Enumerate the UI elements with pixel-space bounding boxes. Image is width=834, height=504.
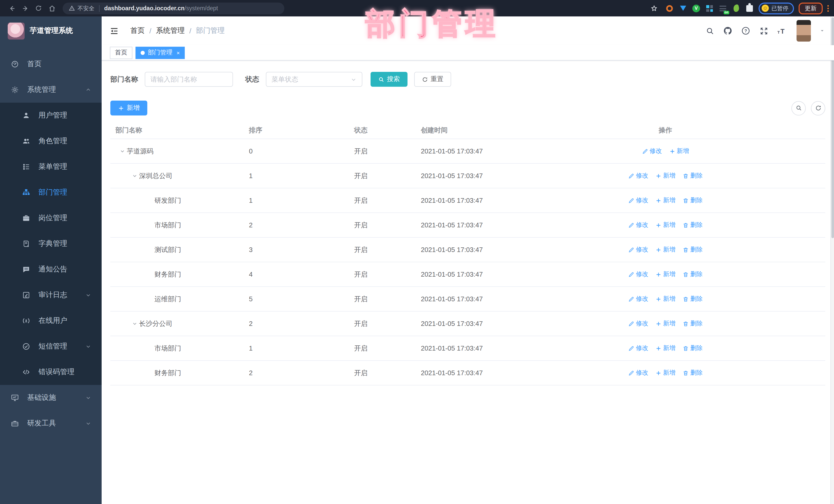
row-action-edit[interactable]: 修改	[628, 319, 648, 328]
row-action-edit[interactable]: 修改	[628, 344, 648, 353]
refresh-table-button[interactable]	[811, 101, 825, 115]
sidebar-item-1[interactable]: 系统管理	[0, 77, 102, 103]
row-action-trash[interactable]: 删除	[683, 245, 703, 254]
row-action-trash[interactable]: 删除	[683, 369, 703, 377]
row-action-plus[interactable]: 新增	[655, 171, 675, 180]
address-bar[interactable]: 不安全 dashboard.yudao.iocoder.cn/system/de…	[63, 2, 284, 14]
row-action-edit[interactable]: 修改	[628, 171, 648, 180]
sidebar-item-12[interactable]: 错误码管理	[0, 359, 102, 385]
tree-expand-icon[interactable]	[130, 173, 139, 179]
row-action-plus[interactable]: 新增	[655, 196, 675, 205]
plus-icon	[655, 247, 662, 253]
browser-update-button[interactable]: 更新	[798, 2, 823, 14]
row-action-edit[interactable]: 修改	[628, 369, 648, 377]
row-action-trash[interactable]: 删除	[683, 221, 703, 229]
security-warning[interactable]: 不安全	[69, 4, 94, 12]
close-icon[interactable]: ×	[177, 49, 180, 56]
row-action-edit[interactable]: 修改	[628, 294, 648, 303]
row-action-edit[interactable]: 修改	[628, 196, 648, 205]
ext-blue-drop-icon[interactable]	[679, 4, 687, 13]
sidebar-item-13[interactable]: 基础设施	[0, 385, 102, 411]
ext-green-leaf-icon[interactable]	[732, 4, 741, 13]
row-action-plus[interactable]: 新增	[655, 270, 675, 279]
window-scrollbar[interactable]	[830, 17, 834, 504]
sidebar-item-14[interactable]: 研发工具	[0, 411, 102, 436]
row-action-plus[interactable]: 新增	[655, 344, 675, 353]
browser-reload-icon[interactable]	[32, 3, 45, 14]
row-action-edit[interactable]: 修改	[628, 221, 648, 229]
browser-back-icon[interactable]	[5, 3, 19, 14]
app-logo	[8, 22, 25, 39]
row-action-edit[interactable]: 修改	[628, 245, 648, 254]
ext-green-check-icon[interactable]: V	[692, 4, 701, 13]
github-icon[interactable]	[723, 26, 733, 36]
cell-actions: 修改新增删除	[506, 344, 825, 353]
trash-icon	[683, 321, 689, 327]
page-url[interactable]: dashboard.yudao.iocoder.cn/system/dept	[104, 5, 218, 11]
ext-orange-ring-icon[interactable]	[665, 4, 674, 13]
table-row: 长沙分公司2开启2021-01-05 17:03:47修改新增删除	[110, 311, 825, 336]
sidebar-item-4[interactable]: 菜单管理	[0, 154, 102, 180]
search-icon	[378, 76, 385, 82]
row-action-plus[interactable]: 新增	[655, 221, 675, 229]
breadcrumb-home[interactable]: 首页	[130, 26, 145, 36]
tag-1-active[interactable]: 部门管理×	[135, 46, 185, 59]
cell-sort: 2	[244, 221, 349, 229]
tag-0[interactable]: 首页	[110, 46, 132, 59]
sidebar-item-9[interactable]: 审计日志	[0, 282, 102, 308]
browser-forward-icon[interactable]	[19, 3, 32, 14]
status-select[interactable]: 菜单状态	[266, 72, 363, 87]
user-avatar[interactable]	[796, 20, 811, 42]
sidebar-fold-icon[interactable]	[110, 25, 121, 37]
row-action-trash[interactable]: 删除	[683, 294, 703, 303]
sidebar-item-5-active[interactable]: 部门管理	[0, 180, 102, 205]
sidebar-item-7[interactable]: 字典管理	[0, 231, 102, 257]
reset-button[interactable]: 重置	[414, 72, 451, 87]
font-size-icon[interactable]: TT	[776, 26, 787, 36]
sidebar-item-0[interactable]: 首页	[0, 51, 102, 77]
sidebar-item-11[interactable]: 短信管理	[0, 334, 102, 359]
fullscreen-icon[interactable]	[759, 26, 769, 36]
dept-name-input[interactable]	[145, 72, 233, 87]
tree-expand-icon[interactable]	[117, 148, 127, 154]
row-action-plus[interactable]: 新增	[669, 147, 689, 155]
show-search-toggle-button[interactable]	[791, 101, 806, 115]
row-action-plus[interactable]: 新增	[655, 369, 675, 377]
sidebar-item-label: 首页	[27, 60, 92, 69]
sidebar-item-10[interactable]: 在线用户	[0, 308, 102, 334]
search-icon[interactable]	[705, 26, 715, 36]
search-button[interactable]: 搜索	[371, 72, 408, 87]
help-icon[interactable]: ?	[741, 26, 751, 36]
row-action-plus[interactable]: 新增	[655, 294, 675, 303]
sidebar-item-3[interactable]: 角色管理	[0, 128, 102, 154]
browser-home-icon[interactable]	[45, 3, 59, 14]
avatar-caret-down-icon[interactable]	[820, 28, 825, 34]
row-action-trash[interactable]: 删除	[683, 196, 703, 205]
breadcrumb-system[interactable]: 系统管理	[156, 26, 185, 36]
browser-menu-icon[interactable]	[827, 5, 829, 12]
app-logo-row[interactable]: 芋道管理系统	[0, 17, 102, 45]
ext-puzzle-icon[interactable]	[745, 4, 754, 13]
sidebar-item-6[interactable]: 岗位管理	[0, 205, 102, 231]
row-action-edit[interactable]: 修改	[628, 270, 648, 279]
row-action-trash[interactable]: 删除	[683, 344, 703, 353]
row-action-trash[interactable]: 删除	[683, 270, 703, 279]
profile-paused-badge[interactable]: ☺ 已暂停	[759, 2, 794, 14]
ext-blue-grid-icon[interactable]	[705, 4, 714, 13]
row-action-trash[interactable]: 删除	[683, 319, 703, 328]
cell-actions: 修改新增删除	[506, 270, 825, 279]
sidebar-item-2[interactable]: 用户管理	[0, 103, 102, 128]
row-action-trash[interactable]: 删除	[683, 171, 703, 180]
add-button[interactable]: 新增	[110, 101, 147, 115]
row-action-edit[interactable]: 修改	[642, 147, 662, 155]
ext-list-on-icon[interactable]: on	[719, 4, 727, 13]
trash-icon	[683, 222, 689, 228]
sidebar-item-label: 研发工具	[27, 419, 85, 428]
col-dept-name: 部门名称	[110, 126, 244, 135]
row-action-plus[interactable]: 新增	[655, 245, 675, 254]
bookmark-star-icon[interactable]	[647, 3, 660, 14]
row-action-plus[interactable]: 新增	[655, 319, 675, 328]
cell-status: 开启	[349, 245, 421, 254]
sidebar-item-8[interactable]: 通知公告	[0, 257, 102, 282]
tree-expand-icon[interactable]	[130, 321, 139, 326]
